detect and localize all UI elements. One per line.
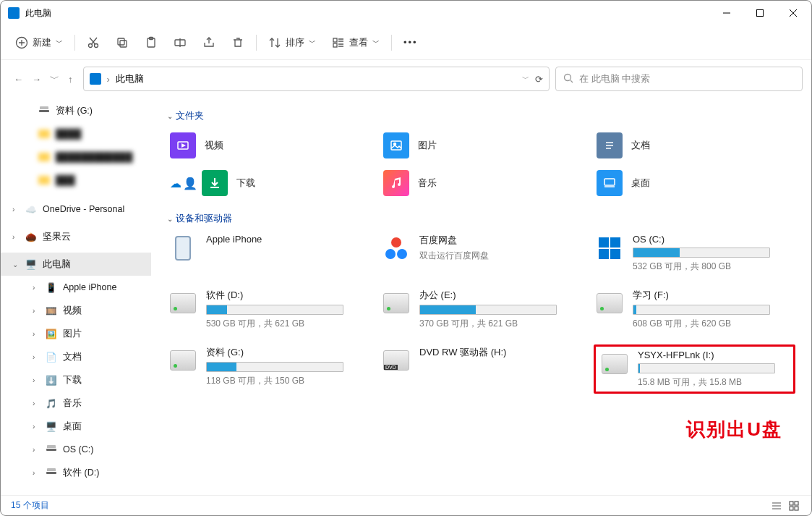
trash-icon bbox=[231, 36, 244, 49]
tiles-view-button[interactable] bbox=[787, 499, 801, 513]
sidebar-item-drive-c[interactable]: ›OS (C:) bbox=[1, 438, 151, 461]
drive-usb[interactable]: YSYX-HFPLnk (I:)15.8 MB 可用，共 15.8 MB bbox=[594, 344, 795, 394]
sort-button[interactable]: 排序 ﹀ bbox=[261, 30, 323, 56]
video-icon bbox=[170, 132, 196, 158]
drive-f[interactable]: 学习 (F:)608 GB 可用，共 620 GB bbox=[594, 287, 795, 331]
chevron-down-icon: ﹀ bbox=[309, 38, 316, 48]
recent-button[interactable]: ﹀ bbox=[50, 72, 59, 85]
section-drives-header[interactable]: ⌄ 设备和驱动器 bbox=[167, 212, 795, 225]
plus-circle-icon bbox=[15, 36, 28, 49]
sidebar-item-jianguoyun[interactable]: ›🌰坚果云 bbox=[1, 225, 151, 248]
svg-rect-11 bbox=[118, 38, 124, 45]
sidebar-item-drive-g[interactable]: 资料 (G:) bbox=[1, 99, 151, 122]
phone-icon: 📱 bbox=[46, 282, 57, 293]
drive-iphone[interactable]: Apple iPhone bbox=[167, 232, 369, 274]
folder-music[interactable]: 音乐 bbox=[380, 167, 582, 199]
drive-label: 百度网盘 bbox=[419, 234, 581, 247]
svg-rect-41 bbox=[795, 507, 798, 510]
minimize-button[interactable] bbox=[710, 1, 743, 25]
chevron-right-icon: › bbox=[33, 330, 40, 338]
copy-button[interactable] bbox=[108, 30, 136, 56]
refresh-button[interactable]: ⟳ bbox=[535, 74, 543, 85]
sidebar-item-pictures[interactable]: ›🖼️图片 bbox=[1, 322, 151, 345]
sidebar-item-onedrive[interactable]: ›☁️OneDrive - Personal bbox=[1, 198, 151, 221]
sidebar-item-blurred[interactable]: ████████████ bbox=[1, 145, 151, 169]
view-button[interactable]: 查看 ﹀ bbox=[325, 30, 387, 56]
chevron-down-icon[interactable]: ﹀ bbox=[522, 74, 529, 84]
sidebar-item-label: OS (C:) bbox=[63, 444, 93, 454]
delete-button[interactable] bbox=[224, 30, 252, 56]
view-label: 查看 bbox=[349, 36, 368, 49]
sidebar-item-documents[interactable]: ›📄文档 bbox=[1, 345, 151, 368]
drive-label: Apple iPhone bbox=[206, 234, 367, 245]
sidebar-item-this-pc[interactable]: ⌄🖥️此电脑 bbox=[1, 253, 151, 276]
folder-downloads[interactable]: ☁👤 下载 bbox=[167, 167, 369, 199]
toolbar: 新建 ﹀ 排序 ﹀ 查看 ﹀ ••• bbox=[1, 25, 811, 60]
sidebar-item-blurred[interactable]: ███ bbox=[1, 169, 151, 192]
section-folders-header[interactable]: ⌄ 文件夹 bbox=[167, 109, 795, 122]
up-button[interactable]: ↑ bbox=[68, 74, 73, 85]
navigation-row: ← → ﹀ ↑ › 此电脑 ﹀ ⟳ 在 此电脑 中搜索 bbox=[1, 60, 811, 98]
svg-point-7 bbox=[89, 43, 93, 47]
share-button[interactable] bbox=[195, 30, 223, 56]
details-view-button[interactable] bbox=[769, 499, 784, 513]
more-icon: ••• bbox=[403, 37, 418, 48]
chevron-down-icon: ⌄ bbox=[167, 215, 173, 223]
sidebar-item-videos[interactable]: ›🎞️视频 bbox=[1, 299, 151, 322]
nut-icon: 🌰 bbox=[25, 231, 37, 242]
drive-g[interactable]: 资料 (G:)118 GB 可用，共 150 GB bbox=[167, 344, 369, 394]
folder-pictures[interactable]: 图片 bbox=[380, 130, 582, 161]
svg-marker-26 bbox=[181, 143, 186, 148]
address-bar[interactable]: › 此电脑 ﹀ ⟳ bbox=[83, 67, 550, 91]
chevron-right-icon: › bbox=[33, 446, 40, 454]
cut-button[interactable] bbox=[80, 30, 107, 56]
forward-button[interactable]: → bbox=[32, 74, 41, 85]
content-area: ⌄ 文件夹 视频 图片 文档 ☁👤 下载 音乐 桌面 ⌄ 设备和驱动器 Appl… bbox=[151, 98, 811, 495]
folder-videos[interactable]: 视频 bbox=[167, 130, 369, 161]
paste-button[interactable] bbox=[137, 30, 165, 56]
drives-grid: Apple iPhone 百度网盘双击运行百度网盘 OS (C:)532 GB … bbox=[167, 232, 795, 442]
search-input[interactable]: 在 此电脑 中搜索 bbox=[555, 67, 803, 91]
folder-label: 文档 bbox=[631, 139, 650, 152]
new-button[interactable]: 新建 ﹀ bbox=[8, 30, 70, 56]
sidebar-item-drive-d[interactable]: ›软件 (D:) bbox=[1, 461, 151, 484]
close-button[interactable] bbox=[777, 1, 810, 25]
sidebar-item-desktop[interactable]: ›🖥️桌面 bbox=[1, 415, 151, 438]
document-icon bbox=[597, 132, 623, 158]
section-label: 设备和驱动器 bbox=[176, 212, 232, 225]
section-label: 文件夹 bbox=[176, 109, 204, 122]
music-icon bbox=[383, 170, 409, 196]
folder-desktop[interactable]: 桌面 bbox=[594, 167, 795, 199]
chevron-right-icon: › bbox=[33, 284, 40, 292]
usage-bar bbox=[638, 363, 775, 373]
drive-baidu[interactable]: 百度网盘双击运行百度网盘 bbox=[380, 232, 582, 274]
drive-icon bbox=[46, 467, 57, 478]
drive-dvd[interactable]: DVD RW 驱动器 (H:) bbox=[380, 344, 582, 394]
statusbar: 15 个项目 bbox=[1, 495, 811, 515]
drive-e[interactable]: 办公 (E:)370 GB 可用，共 621 GB bbox=[380, 287, 582, 331]
drive-label: OS (C:) bbox=[633, 234, 794, 245]
sidebar-item-blurred[interactable]: ████ bbox=[1, 122, 151, 145]
chevron-right-icon: › bbox=[33, 469, 40, 477]
folder-label: 桌面 bbox=[631, 177, 650, 190]
drive-label: 软件 (D:) bbox=[206, 289, 367, 302]
rename-button[interactable] bbox=[166, 30, 194, 56]
sidebar: 资料 (G:) ████ ████████████ ███ ›☁️OneDriv… bbox=[1, 98, 151, 495]
main: 资料 (G:) ████ ████████████ ███ ›☁️OneDriv… bbox=[1, 98, 811, 495]
folder-documents[interactable]: 文档 bbox=[594, 130, 795, 161]
drive-d[interactable]: 软件 (D:)530 GB 可用，共 621 GB bbox=[167, 287, 369, 331]
back-button[interactable]: ← bbox=[14, 74, 23, 85]
separator bbox=[256, 35, 257, 51]
picture-icon bbox=[383, 132, 409, 158]
document-icon: 📄 bbox=[46, 351, 57, 363]
drive-os-c[interactable]: OS (C:)532 GB 可用，共 800 GB bbox=[594, 232, 795, 274]
sidebar-item-downloads[interactable]: ›⬇️下载 bbox=[1, 368, 151, 392]
more-button[interactable]: ••• bbox=[396, 30, 425, 56]
breadcrumb[interactable]: 此电脑 bbox=[116, 72, 144, 85]
window-title: 此电脑 bbox=[25, 7, 710, 20]
new-label: 新建 bbox=[33, 36, 51, 49]
svg-point-28 bbox=[394, 143, 396, 145]
sidebar-item-music[interactable]: ›🎵音乐 bbox=[1, 392, 151, 415]
sidebar-item-iphone[interactable]: ›📱Apple iPhone bbox=[1, 276, 151, 299]
maximize-button[interactable] bbox=[743, 1, 777, 25]
